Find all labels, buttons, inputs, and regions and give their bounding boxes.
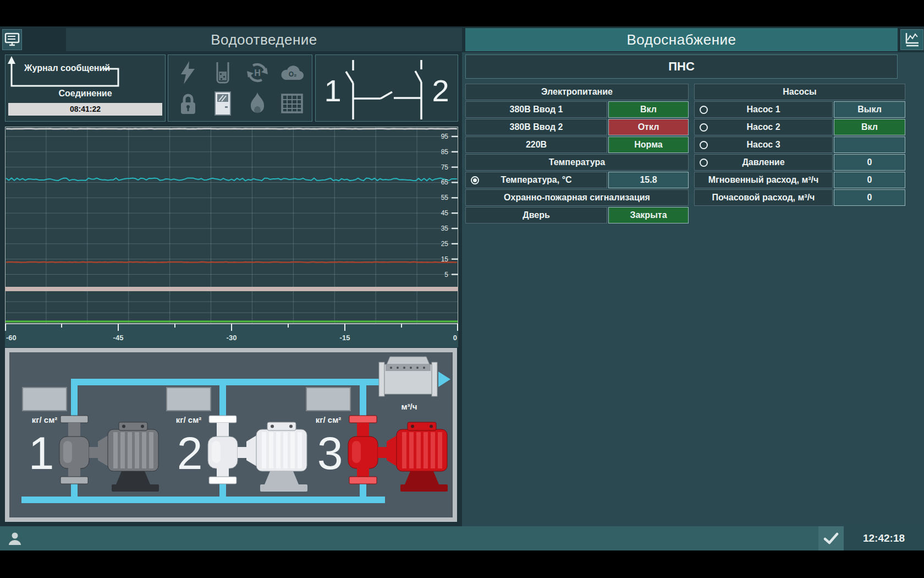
flow-meter[interactable]	[379, 357, 450, 396]
table-row: 380В Ввод 1Вкл	[465, 101, 689, 118]
trend-radio[interactable]	[471, 176, 479, 184]
tab-supply[interactable]: Водоснабжение	[465, 28, 898, 51]
svg-text:35: 35	[441, 225, 449, 232]
tab-drainage[interactable]: Водоотведение	[66, 28, 462, 51]
row-label: 380В Ввод 2	[465, 119, 607, 135]
row-label: Насос 2	[694, 119, 833, 135]
value-cell: Вкл	[608, 101, 689, 118]
svg-text:55: 55	[441, 194, 449, 201]
pressure-gauge[interactable]: кг/ см²	[306, 388, 350, 424]
svg-text:95: 95	[441, 133, 449, 140]
pump-1[interactable]	[59, 416, 159, 492]
journal-panel[interactable]: Журнал сообщений Соединение 08:41:22	[5, 54, 166, 122]
acknowledge-button[interactable]	[818, 526, 844, 550]
trend-icon	[904, 32, 920, 47]
svg-text:H: H	[254, 68, 261, 78]
pump-number-label: 2	[177, 427, 203, 479]
connection-label: Соединение	[6, 89, 165, 99]
power-inputs-diagram: 1 2	[315, 54, 458, 122]
svg-text:O₂: O₂	[289, 70, 297, 78]
svg-text:-15: -15	[340, 334, 350, 342]
oxygen-icon: O₂	[279, 63, 305, 82]
alarm-icon-panel: H O₂	[168, 54, 312, 122]
breaker-lines	[346, 60, 421, 119]
value-cell: Вкл	[834, 119, 905, 135]
table-row: Давление0	[694, 154, 905, 171]
table-row: Температура, °С15.8	[465, 172, 689, 188]
value-cell: 0	[834, 189, 905, 206]
gauge-unit-label: кг/ см²	[176, 415, 202, 424]
svg-text:85: 85	[441, 148, 449, 156]
input-1-label: 1	[324, 73, 341, 108]
door-icon	[215, 91, 231, 116]
table-header-row: Электропитание	[465, 84, 689, 100]
trend-chart: 9585756555453525155-60-45-30-150	[5, 127, 458, 347]
table-header-row: Насосы	[694, 84, 905, 100]
trend-radio[interactable]	[700, 159, 708, 167]
power-icon	[180, 61, 196, 85]
row-label: Давление	[694, 154, 833, 171]
row-label: 380В Ввод 1	[465, 101, 607, 118]
svg-text:25: 25	[441, 240, 449, 248]
table-row: Насос 2Вкл	[694, 119, 905, 135]
value-cell	[834, 137, 905, 153]
row-label: Дверь	[465, 207, 607, 223]
row-label: Почасовой расход, м³/ч	[694, 189, 833, 206]
table-row: 220ВНорма	[465, 137, 689, 153]
svg-text:75: 75	[441, 163, 449, 171]
bottom-letterbox	[0, 550, 924, 578]
value-cell: Откл	[608, 119, 689, 135]
table-row: Насос 3	[694, 137, 905, 153]
recirculation-icon: H	[246, 62, 268, 84]
top-letterbox	[0, 0, 924, 26]
row-label: Мгновенный расход, м³/ч	[694, 172, 833, 188]
power-table: Электропитание380В Ввод 1Вкл380В Ввод 2О…	[465, 84, 689, 225]
trend-button[interactable]	[900, 29, 923, 50]
section-header: Температура	[465, 154, 689, 171]
series-lower-flat-line	[6, 262, 457, 263]
table-row: Насос 1Выкл	[694, 101, 905, 118]
check-icon	[823, 532, 839, 544]
table-header-row: Охранно-пожарная сигнализация	[465, 189, 689, 206]
scada-screen: Водоотведение Водоснабжение Журнал сообщ…	[0, 0, 924, 578]
system-clock: 12:42:18	[844, 526, 924, 550]
svg-text:-60: -60	[6, 334, 16, 342]
table-row: ДверьЗакрыта	[465, 207, 689, 223]
pump-station-diagram: кг/ см²кг/ см²кг/ см²м³/ч123	[5, 348, 457, 522]
lock-icon	[179, 92, 197, 115]
value-cell: 0	[834, 154, 905, 171]
value-cell: Норма	[608, 137, 689, 153]
table-row: 380В Ввод 2Откл	[465, 119, 689, 135]
pump-number-label: 1	[29, 427, 54, 479]
user-icon[interactable]	[8, 531, 22, 546]
gauge-unit-label: кг/ см²	[316, 415, 342, 424]
value-cell: 0	[834, 172, 905, 188]
svg-text:0: 0	[453, 334, 457, 342]
station-title: ПНС	[465, 54, 898, 79]
tank-level-icon	[215, 62, 231, 84]
value-cell: 15.8	[608, 172, 689, 188]
svg-text:-45: -45	[113, 334, 124, 342]
flow-unit-label: м³/ч	[402, 402, 417, 411]
trend-radio[interactable]	[700, 141, 708, 149]
pressure-gauge[interactable]: кг/ см²	[167, 388, 211, 424]
section-header: Электропитание	[465, 84, 689, 100]
message-log-button[interactable]	[2, 29, 22, 50]
message-log-icon	[4, 32, 20, 47]
svg-text:65: 65	[441, 178, 449, 186]
trend-radio[interactable]	[700, 106, 708, 114]
row-label: Насос 3	[694, 137, 833, 153]
pump-3[interactable]	[348, 416, 448, 492]
input-2-label: 2	[432, 73, 449, 108]
row-label: Температура, °С	[465, 172, 607, 188]
table-header-row: Температура	[465, 154, 689, 171]
pump-2[interactable]	[208, 416, 307, 492]
connection-time: 08:41:22	[8, 103, 162, 116]
svg-text:15: 15	[441, 255, 449, 263]
series-upper-flat-line	[6, 129, 457, 129]
journal-title: Журнал сообщений	[24, 63, 107, 73]
trend-radio[interactable]	[700, 123, 708, 132]
pump-number-label: 3	[317, 427, 343, 479]
pressure-gauge[interactable]: кг/ см²	[23, 388, 67, 424]
row-label: Насос 1	[694, 101, 833, 118]
